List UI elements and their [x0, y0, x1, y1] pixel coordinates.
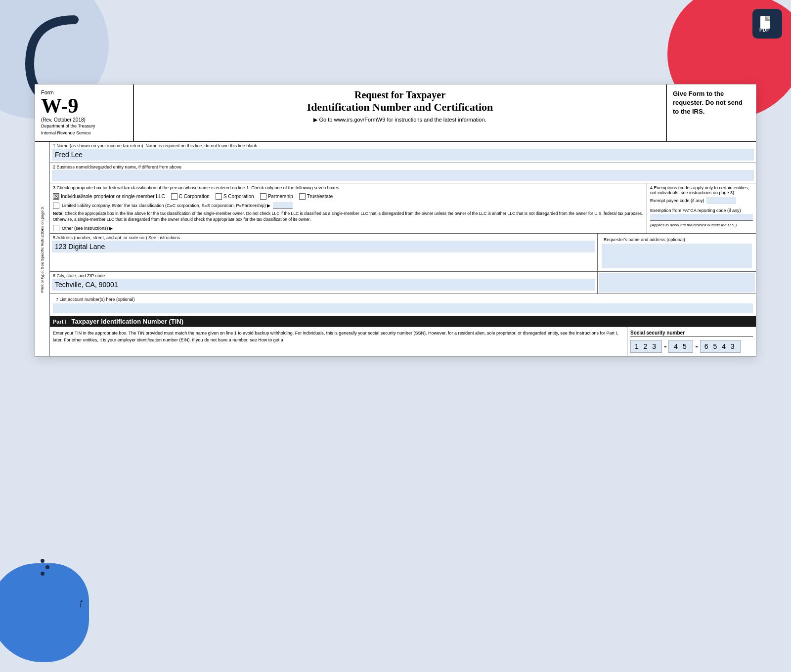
- other-label: Other (see instructions) ▶: [62, 226, 113, 231]
- form-header-center: Request for Taxpayer Identification Numb…: [134, 84, 667, 141]
- exempt-payee-input[interactable]: [706, 197, 736, 204]
- requester-field: Requester's name and address (optional): [598, 234, 756, 271]
- note-label: Note:: [53, 211, 64, 216]
- ssn-dash1: -: [664, 342, 666, 351]
- field1-section: 1 Name (as shown on your income tax retu…: [50, 142, 756, 163]
- c-corp-checkbox[interactable]: [171, 193, 177, 200]
- city-section: 6 City, state, and ZIP code Techville, C…: [50, 272, 756, 294]
- s-corp-checkbox-item: S Corporation: [216, 193, 254, 200]
- field2-input[interactable]: [52, 170, 754, 181]
- city-right: [598, 272, 756, 294]
- part1-title: Taxpayer Identification Number (TIN): [72, 318, 184, 325]
- tax-class-left: 3 Check appropriate box for federal tax …: [50, 183, 647, 233]
- address-section: 5 Address (number, street, and apt. or s…: [50, 234, 756, 272]
- account-section: 7 List account number(s) here (optional): [50, 294, 756, 316]
- ssn-fields: 1 2 3 - 4 5 - 6 5 4 3: [630, 340, 753, 353]
- individual-check-mark: ☒: [53, 193, 59, 200]
- individual-checkbox-item: ☒ Individual/sole proprietor or single-m…: [53, 193, 165, 200]
- city-left: 6 City, state, and ZIP code Techville, C…: [50, 272, 598, 294]
- field1-input[interactable]: Fred Lee: [52, 149, 754, 161]
- part1-body: Enter your TIN in the appropriate box. T…: [50, 327, 756, 356]
- s-corp-label: S Corporation: [223, 194, 254, 199]
- svg-text:PDF: PDF: [759, 27, 769, 33]
- tax-class-section: 3 Check appropriate box for federal tax …: [50, 183, 756, 234]
- field5-input[interactable]: 123 Digital Lane: [52, 241, 595, 252]
- field2-label: 2 Business name/disregarded entity name,…: [50, 163, 756, 170]
- field2-section: 2 Business name/disregarded entity name,…: [50, 163, 756, 183]
- decorative-mark: ƒ: [79, 599, 84, 608]
- exempt-payee-row: Exempt payee code (if any): [650, 197, 753, 204]
- part1-label: Part I: [53, 319, 67, 325]
- part1-description: Enter your TIN in the appropriate box. T…: [50, 327, 627, 356]
- form-header-right-text: Give Form to the requester. Do not send …: [673, 89, 750, 117]
- form-header-right: Give Form to the requester. Do not send …: [667, 84, 756, 141]
- decorative-blob-bottom-left: [0, 563, 89, 662]
- llc-label: Limited liability company. Enter the tax…: [62, 203, 270, 208]
- decorative-dots: [41, 559, 49, 576]
- field7-input[interactable]: [53, 303, 753, 313]
- trust-checkbox-item: Trust/estate: [299, 193, 333, 200]
- ssn-part2[interactable]: 4 5: [668, 340, 693, 353]
- llc-row: Limited liability company. Enter the tax…: [53, 202, 644, 209]
- s-corp-checkbox[interactable]: [216, 193, 222, 200]
- llc-checkbox[interactable]: [53, 203, 59, 209]
- form-dept-line1: Department of the Treasury: [41, 124, 127, 129]
- c-corp-checkbox-item: C Corporation: [171, 193, 210, 200]
- pdf-icon-container[interactable]: PDF: [752, 9, 782, 39]
- exemptions-label: 4 Exemptions (codes apply only to certai…: [650, 185, 753, 195]
- requester-input[interactable]: [602, 244, 752, 268]
- form-dept-line2: Internal Revenue Service: [41, 130, 127, 136]
- ssn-part3[interactable]: 6 5 4 3: [700, 340, 741, 353]
- field3-label: 3 Check appropriate box for federal tax …: [53, 185, 644, 190]
- other-checkbox[interactable]: [53, 225, 59, 231]
- ssn-section: Social security number 1 2 3 - 4 5 - 6 5…: [627, 327, 756, 356]
- form-sidebar: Print or type. See Specific Instructions…: [35, 142, 50, 356]
- fatca-label: Exemption from FATCA reporting code (if …: [650, 208, 753, 213]
- llc-input[interactable]: [273, 202, 293, 209]
- checkbox-row: ☒ Individual/sole proprietor or single-m…: [53, 193, 644, 200]
- form-url: ▶ Go to www.irs.gov/FormW9 for instructi…: [144, 117, 656, 123]
- fatca-note: (Applies to accounts maintained outside …: [650, 223, 753, 227]
- sidebar-text: Print or type. See Specific Instructions…: [40, 204, 44, 295]
- trust-checkbox[interactable]: [299, 193, 306, 200]
- c-corp-label: C Corporation: [179, 194, 210, 199]
- address-left: 5 Address (number, street, and apt. or s…: [50, 234, 598, 271]
- note-body: Check the appropriate box in the line ab…: [53, 211, 643, 222]
- individual-label: Individual/sole proprietor or single-mem…: [61, 194, 165, 199]
- form-title-line1: Request for Taxpayer: [144, 89, 656, 101]
- exemptions-panel: 4 Exemptions (codes apply only to certai…: [647, 183, 756, 233]
- ssn-part1[interactable]: 1 2 3: [630, 340, 662, 353]
- field1-label: 1 Name (as shown on your income tax retu…: [50, 142, 756, 149]
- field6-input[interactable]: Techville, CA, 90001: [52, 279, 595, 291]
- form-header-left: Form W-9 (Rev. October 2018) Department …: [35, 84, 134, 141]
- ssn-dash2: -: [695, 342, 698, 351]
- form-title-line2: Identification Number and Certification: [144, 101, 656, 114]
- exempt-payee-label: Exempt payee code (if any): [650, 198, 704, 203]
- partnership-label: Partnership: [268, 194, 293, 199]
- pdf-icon: PDF: [758, 15, 776, 33]
- city-requester-input[interactable]: [599, 273, 755, 293]
- note-text: Note: Check the appropriate box in the l…: [53, 211, 644, 223]
- field6-label: 6 City, state, and ZIP code: [50, 272, 597, 279]
- ssn-label: Social security number: [630, 330, 753, 337]
- individual-checkbox[interactable]: ☒: [53, 193, 59, 200]
- requester-label: Requester's name and address (optional): [601, 236, 753, 243]
- form-body: Print or type. See Specific Instructions…: [35, 142, 756, 356]
- field7-label: 7 List account number(s) here (optional): [53, 295, 753, 302]
- fatca-input[interactable]: [650, 214, 753, 221]
- field5-label: 5 Address (number, street, and apt. or s…: [50, 234, 597, 241]
- other-row: Other (see instructions) ▶: [53, 225, 644, 231]
- form-header: Form W-9 (Rev. October 2018) Department …: [35, 84, 756, 142]
- form-rev: (Rev. October 2018): [41, 117, 127, 123]
- partnership-checkbox-item: Partnership: [260, 193, 293, 200]
- w9-form: Form W-9 (Rev. October 2018) Department …: [35, 84, 756, 357]
- trust-label: Trust/estate: [307, 194, 333, 199]
- form-main: 1 Name (as shown on your income tax retu…: [50, 142, 756, 356]
- part1-header: Part I Taxpayer Identification Number (T…: [50, 316, 756, 327]
- partnership-checkbox[interactable]: [260, 193, 266, 200]
- form-number: W-9: [41, 95, 127, 116]
